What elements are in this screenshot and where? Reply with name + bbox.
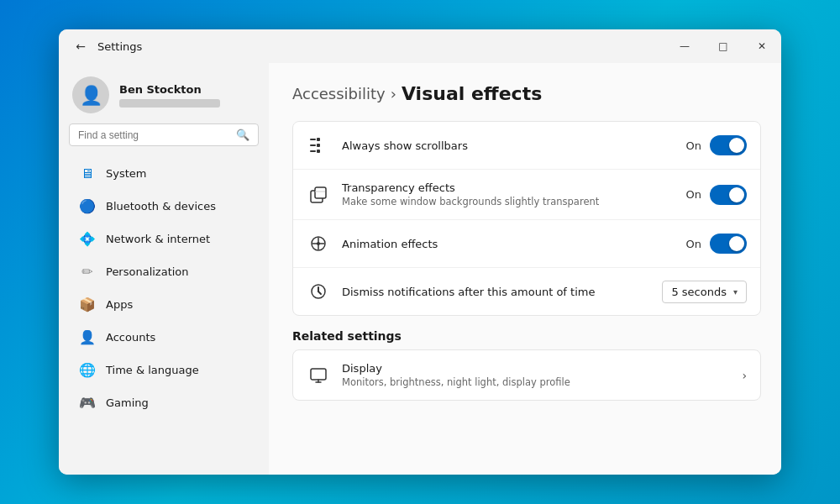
scrollbars-text: Always show scrollbars — [342, 139, 675, 152]
window-controls: — □ ✕ — [665, 29, 781, 63]
apps-icon: 📦 — [79, 296, 96, 312]
scrollbars-toggle[interactable] — [710, 135, 747, 155]
personalization-icon: ✏️ — [79, 263, 96, 280]
sidebar-label-personalization: Personalization — [106, 265, 189, 278]
notifications-text: Dismiss notifications after this amount … — [342, 286, 650, 298]
animation-label: Animation effects — [342, 238, 675, 250]
related-row-display[interactable]: Display Monitors, brightness, night ligh… — [293, 350, 760, 400]
transparency-toggle[interactable] — [710, 185, 747, 205]
sidebar-label-network: Network & internet — [106, 233, 210, 245]
search-input[interactable] — [78, 129, 229, 141]
sidebar-label-gaming: Gaming — [106, 396, 149, 409]
sidebar-item-accounts[interactable]: 👤 Accounts — [66, 321, 262, 353]
user-email-mask — [119, 99, 220, 108]
breadcrumb-parent[interactable]: Accessibility — [292, 85, 386, 102]
breadcrumb-separator: › — [391, 85, 396, 102]
setting-row-transparency: Transparency effects Make some window ba… — [293, 170, 760, 220]
setting-row-animation: Animation effects On — [293, 220, 760, 268]
svg-point-12 — [317, 242, 320, 245]
sidebar-item-apps[interactable]: 📦 Apps — [66, 288, 262, 320]
sidebar-item-network[interactable]: 💠 Network & internet — [66, 223, 262, 255]
sidebar-label-system: System — [106, 167, 146, 180]
notifications-label: Dismiss notifications after this amount … — [342, 286, 650, 298]
scrollbars-control: On — [686, 135, 747, 155]
transparency-state: On — [686, 188, 701, 201]
breadcrumb: Accessibility › Visual effects — [292, 83, 761, 104]
settings-card-main: Always show scrollbars On — [292, 121, 761, 316]
search-box[interactable]: 🔍 — [69, 123, 259, 146]
titlebar: ← Settings — □ ✕ — [59, 29, 781, 63]
back-button[interactable]: ← — [69, 34, 92, 58]
svg-point-16 — [318, 291, 319, 292]
bluetooth-icon: 🔵 — [79, 197, 96, 214]
animation-control: On — [686, 234, 747, 254]
sidebar-label-accounts: Accounts — [106, 331, 155, 344]
notifications-control: 5 seconds ▾ — [662, 281, 747, 303]
setting-row-scrollbars: Always show scrollbars On — [293, 122, 760, 170]
minimize-button[interactable]: — — [665, 29, 704, 63]
related-settings-title: Related settings — [292, 329, 761, 343]
sidebar-item-system[interactable]: 🖥 System — [66, 157, 262, 189]
display-desc: Monitors, brightness, night light, displ… — [342, 376, 730, 388]
person-icon: 👤 — [80, 85, 102, 106]
system-icon: 🖥 — [79, 165, 96, 181]
accounts-icon: 👤 — [79, 328, 96, 345]
setting-row-notifications: Dismiss notifications after this amount … — [293, 268, 760, 315]
avatar: 👤 — [72, 76, 109, 113]
display-label: Display — [342, 362, 730, 375]
transparency-icon — [307, 183, 330, 207]
sidebar-nav: 🖥 System 🔵 Bluetooth & devices 💠 Network… — [59, 156, 269, 468]
transparency-text: Transparency effects Make some window ba… — [342, 181, 675, 207]
transparency-control: On — [686, 185, 747, 205]
dropdown-value: 5 seconds — [671, 286, 727, 298]
close-button[interactable]: ✕ — [743, 29, 781, 63]
user-name: Ben Stockton — [119, 83, 220, 96]
user-profile: 👤 Ben Stockton — [59, 63, 269, 123]
animation-icon — [307, 232, 330, 255]
sidebar: 👤 Ben Stockton 🔍 🖥 System 🔵 Bluetoot — [59, 63, 269, 475]
user-info: Ben Stockton — [119, 83, 220, 108]
sidebar-item-gaming[interactable]: 🎮 Gaming — [66, 386, 262, 418]
scrollbars-state: On — [686, 139, 701, 152]
chevron-down-icon: ▾ — [733, 287, 738, 297]
notifications-icon — [307, 280, 330, 303]
sidebar-item-time[interactable]: 🌐 Time & language — [66, 354, 262, 386]
transparency-label: Transparency effects — [342, 181, 675, 194]
sidebar-label-time: Time & language — [106, 364, 199, 376]
animation-text: Animation effects — [342, 238, 675, 250]
network-icon: 💠 — [79, 230, 96, 247]
main-content: Accessibility › Visual effects — [269, 63, 781, 475]
sidebar-item-bluetooth[interactable]: 🔵 Bluetooth & devices — [66, 190, 262, 222]
window-title: Settings — [97, 40, 142, 53]
sidebar-item-personalization[interactable]: ✏️ Personalization — [66, 255, 262, 287]
svg-rect-7 — [315, 187, 326, 198]
svg-rect-17 — [311, 369, 326, 380]
scrollbars-icon — [307, 134, 330, 157]
animation-toggle[interactable] — [710, 234, 747, 254]
scrollbars-label: Always show scrollbars — [342, 139, 675, 152]
transparency-desc: Make some window backgrounds slightly tr… — [342, 196, 675, 207]
related-settings-card: Display Monitors, brightness, night ligh… — [292, 349, 761, 401]
svg-rect-2 — [317, 150, 320, 153]
sidebar-label-bluetooth: Bluetooth & devices — [106, 200, 216, 213]
window-body: 👤 Ben Stockton 🔍 🖥 System 🔵 Bluetoot — [59, 63, 781, 475]
page-title: Visual effects — [402, 83, 542, 104]
notifications-dropdown[interactable]: 5 seconds ▾ — [662, 281, 747, 303]
svg-rect-0 — [317, 138, 320, 141]
settings-window: ← Settings — □ ✕ 👤 Ben Stockton 🔍 — [59, 29, 781, 475]
sidebar-label-apps: Apps — [106, 298, 133, 311]
animation-state: On — [686, 238, 701, 250]
display-text: Display Monitors, brightness, night ligh… — [342, 362, 730, 388]
maximize-button[interactable]: □ — [704, 29, 743, 63]
display-icon — [307, 364, 330, 387]
chevron-right-icon: › — [742, 369, 747, 382]
svg-rect-1 — [317, 144, 320, 147]
gaming-icon: 🎮 — [79, 394, 96, 411]
search-icon: 🔍 — [236, 129, 249, 141]
time-icon: 🌐 — [79, 361, 96, 378]
